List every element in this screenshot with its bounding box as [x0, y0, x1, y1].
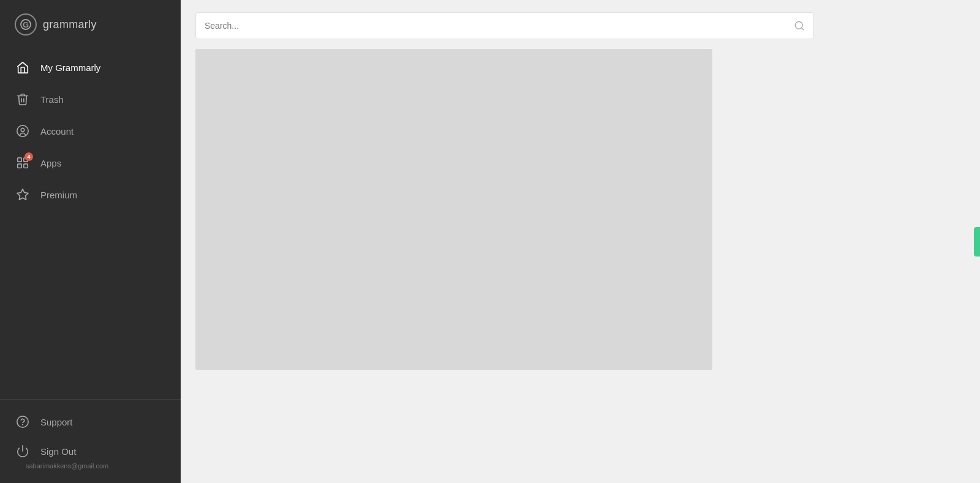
apps-icon: 4 [15, 155, 31, 171]
help-icon [15, 414, 31, 430]
green-tab[interactable] [974, 227, 980, 256]
svg-rect-4 [18, 158, 21, 162]
sidebar-label-sign-out: Sign Out [40, 446, 76, 457]
sidebar-item-apps[interactable]: 4 Apps [0, 147, 181, 179]
svg-point-9 [17, 416, 28, 427]
sidebar-label-account: Account [40, 126, 74, 137]
sidebar: G grammarly My Grammarly [0, 0, 181, 483]
svg-point-2 [17, 125, 28, 137]
search-bar[interactable] [195, 12, 814, 39]
sidebar-item-premium[interactable]: Premium [0, 179, 181, 211]
sidebar-label-premium: Premium [40, 190, 77, 200]
sidebar-label-my-grammarly: My Grammarly [40, 62, 100, 73]
sidebar-item-trash[interactable]: Trash [0, 83, 181, 115]
svg-text:G: G [23, 20, 29, 29]
sidebar-label-trash: Trash [40, 94, 64, 105]
svg-point-3 [21, 128, 24, 132]
sidebar-item-account[interactable]: Account [0, 115, 181, 147]
trash-icon [15, 91, 31, 107]
nav-items: My Grammarly Trash [0, 47, 181, 399]
star-icon [15, 187, 31, 203]
sidebar-label-apps: Apps [40, 158, 61, 168]
main-content [181, 0, 980, 483]
account-icon [15, 123, 31, 139]
svg-marker-8 [17, 189, 28, 200]
apps-badge: 4 [24, 152, 33, 161]
sidebar-item-support[interactable]: Support [0, 407, 181, 436]
user-email: sabarimakkens@gmail.com [26, 462, 181, 473]
power-icon [15, 443, 31, 459]
sidebar-item-sign-out[interactable]: Sign Out [0, 436, 181, 466]
sidebar-bottom: Support Sign Out sabarimakkens@gmail.com [0, 399, 181, 483]
svg-line-13 [801, 28, 803, 29]
logo-area[interactable]: G grammarly [0, 0, 181, 47]
svg-rect-6 [18, 164, 21, 168]
search-icon [794, 20, 805, 31]
home-icon [15, 59, 31, 75]
logo-text: grammarly [43, 18, 97, 31]
sidebar-label-support: Support [40, 417, 73, 427]
svg-rect-7 [24, 164, 28, 168]
content-placeholder [195, 49, 712, 370]
grammarly-logo-icon: G [15, 13, 37, 36]
search-input[interactable] [205, 21, 794, 31]
sidebar-item-my-grammarly[interactable]: My Grammarly [0, 51, 181, 83]
